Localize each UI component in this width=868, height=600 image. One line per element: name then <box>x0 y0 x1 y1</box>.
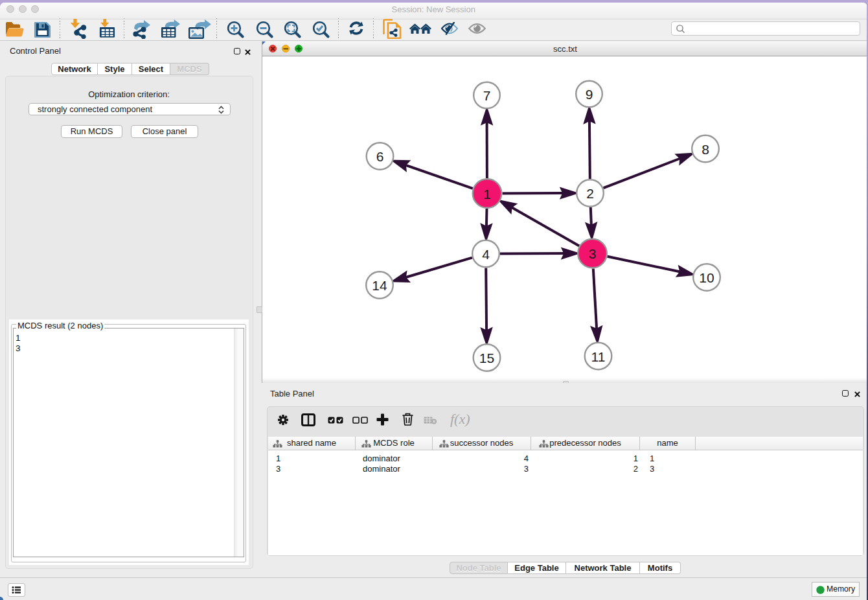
svg-text:10: 10 <box>699 270 714 285</box>
svg-text:15: 15 <box>479 351 494 365</box>
svg-text:4: 4 <box>482 247 490 262</box>
svg-text:1: 1 <box>483 187 491 202</box>
svg-text:3: 3 <box>589 246 597 261</box>
svg-text:6: 6 <box>376 149 384 164</box>
svg-text:8: 8 <box>702 142 709 157</box>
svg-text:11: 11 <box>591 349 606 364</box>
svg-text:14: 14 <box>372 278 387 293</box>
svg-text:2: 2 <box>586 186 594 201</box>
svg-text:9: 9 <box>586 87 593 102</box>
svg-text:7: 7 <box>483 88 491 103</box>
